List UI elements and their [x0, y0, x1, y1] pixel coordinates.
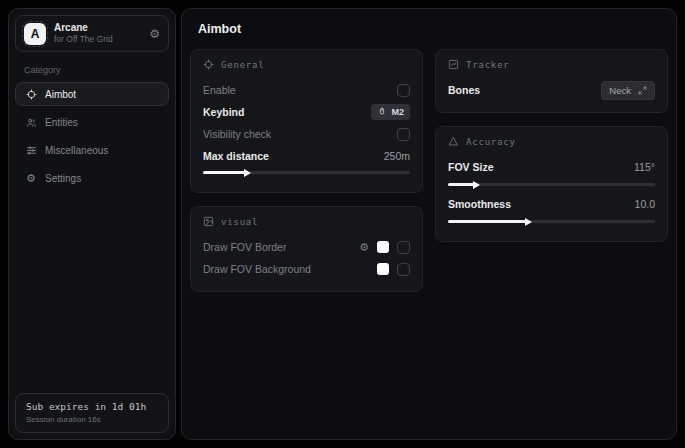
entities-icon [25, 116, 37, 128]
crosshair-icon [25, 88, 37, 100]
visibility-check-checkbox[interactable] [397, 128, 410, 141]
slider-thumb[interactable] [473, 181, 480, 189]
gear-icon[interactable]: ⚙ [149, 28, 160, 40]
smoothness-row: Smoothness 10.0 [448, 193, 655, 215]
fov-size-value: 115° [634, 161, 655, 173]
category-label: Category [24, 65, 160, 75]
session-duration-text: Session duration 16s [26, 415, 158, 424]
fov-background-color-swatch[interactable] [377, 263, 389, 275]
visibility-check-row: Visibility check [203, 123, 410, 145]
sidebar-item-label: Entities [45, 117, 78, 128]
slider-thumb[interactable] [525, 218, 532, 226]
fov-size-row: FOV Size 115° [448, 156, 655, 178]
sidebar-item-label: Aimbot [45, 89, 76, 100]
fov-border-color-swatch[interactable] [377, 241, 389, 253]
left-column: General Enable Keybind M2 V [190, 49, 423, 292]
activity-icon [448, 59, 459, 70]
sub-expires-text: Sub expires in 1d 01h [26, 401, 158, 412]
tracker-card-header: Tracker [448, 59, 655, 70]
card-title: Tracker [466, 60, 510, 70]
fov-size-label: FOV Size [448, 161, 494, 173]
draw-fov-background-checkbox[interactable] [397, 263, 410, 276]
brand-card: A Arcane for Off The Grid ⚙ [15, 15, 169, 52]
crosshair-icon [203, 59, 214, 70]
general-card-header: General [203, 59, 410, 70]
expand-icon [638, 86, 647, 95]
app-logo: A [24, 23, 46, 45]
card-title: Accuracy [466, 137, 516, 147]
slider-fill [448, 220, 527, 223]
gear-icon: ⚙ [25, 172, 37, 184]
bones-row: Bones Neck [448, 79, 655, 101]
logo-letter: A [31, 27, 40, 41]
triangle-icon [448, 136, 459, 147]
visibility-check-label: Visibility check [203, 128, 271, 140]
enable-label: Enable [203, 84, 236, 96]
keybind-value: M2 [391, 107, 404, 117]
accuracy-card: Accuracy FOV Size 115° Smoothness 10.0 [435, 126, 668, 242]
sidebar-item-settings[interactable]: ⚙ Settings [15, 166, 169, 190]
sidebar-item-entities[interactable]: Entities [15, 110, 169, 134]
smoothness-label: Smoothness [448, 198, 511, 210]
enable-row: Enable [203, 79, 410, 101]
smoothness-value: 10.0 [635, 198, 655, 210]
mouse-icon [377, 107, 387, 117]
slider-fill [203, 171, 246, 174]
app-window: A Arcane for Off The Grid ⚙ Category Aim… [0, 0, 685, 448]
draw-fov-background-controls [377, 263, 410, 276]
bones-label: Bones [448, 84, 480, 96]
max-distance-value: 250m [384, 150, 410, 162]
enable-checkbox[interactable] [397, 84, 410, 97]
main-panel: Aimbot General Enable Keybind [181, 8, 677, 440]
fov-size-slider[interactable] [448, 183, 655, 186]
accuracy-card-header: Accuracy [448, 136, 655, 147]
keybind-button[interactable]: M2 [371, 104, 410, 120]
image-icon [203, 216, 214, 227]
brand-text: Arcane for Off The Grid [54, 22, 141, 45]
card-title: General [221, 60, 265, 70]
draw-fov-background-row: Draw FOV Background [203, 258, 410, 280]
draw-fov-border-controls: ⚙ [359, 241, 410, 254]
keybind-row: Keybind M2 [203, 101, 410, 123]
card-title: visual [221, 217, 258, 227]
draw-fov-background-label: Draw FOV Background [203, 263, 311, 275]
slider-fill [448, 183, 475, 186]
tracker-card: Tracker Bones Neck [435, 49, 668, 113]
smoothness-slider[interactable] [448, 220, 655, 223]
visual-card: visual Draw FOV Border ⚙ Draw FOV Backgr… [190, 206, 423, 292]
draw-fov-border-label: Draw FOV Border [203, 241, 286, 253]
draw-fov-border-row: Draw FOV Border ⚙ [203, 236, 410, 258]
sidebar-nav: Aimbot Entities Miscellaneous ⚙ Settings [15, 82, 169, 190]
app-name: Arcane [54, 22, 141, 34]
max-distance-slider[interactable] [203, 171, 410, 174]
sidebar-item-miscellaneous[interactable]: Miscellaneous [15, 138, 169, 162]
keybind-label: Keybind [203, 106, 244, 118]
sidebar: A Arcane for Off The Grid ⚙ Category Aim… [8, 8, 176, 440]
bones-value: Neck [609, 85, 631, 96]
sidebar-item-label: Settings [45, 173, 81, 184]
page-title: Aimbot [198, 22, 660, 36]
subscription-info: Sub expires in 1d 01h Session duration 1… [15, 393, 169, 433]
visual-card-header: visual [203, 216, 410, 227]
app-subtitle: for Off The Grid [54, 34, 141, 45]
gear-icon[interactable]: ⚙ [359, 242, 369, 253]
general-card: General Enable Keybind M2 V [190, 49, 423, 193]
sidebar-item-label: Miscellaneous [45, 145, 108, 156]
main-header: Aimbot [182, 9, 676, 47]
bones-select[interactable]: Neck [601, 81, 655, 100]
sliders-icon [25, 144, 37, 156]
right-column: Tracker Bones Neck Accuracy [435, 49, 668, 242]
max-distance-label: Max distance [203, 150, 269, 162]
slider-thumb[interactable] [244, 169, 251, 177]
content-area: General Enable Keybind M2 V [182, 47, 676, 300]
draw-fov-border-checkbox[interactable] [397, 241, 410, 254]
sidebar-item-aimbot[interactable]: Aimbot [15, 82, 169, 106]
max-distance-row: Max distance 250m [203, 145, 410, 167]
